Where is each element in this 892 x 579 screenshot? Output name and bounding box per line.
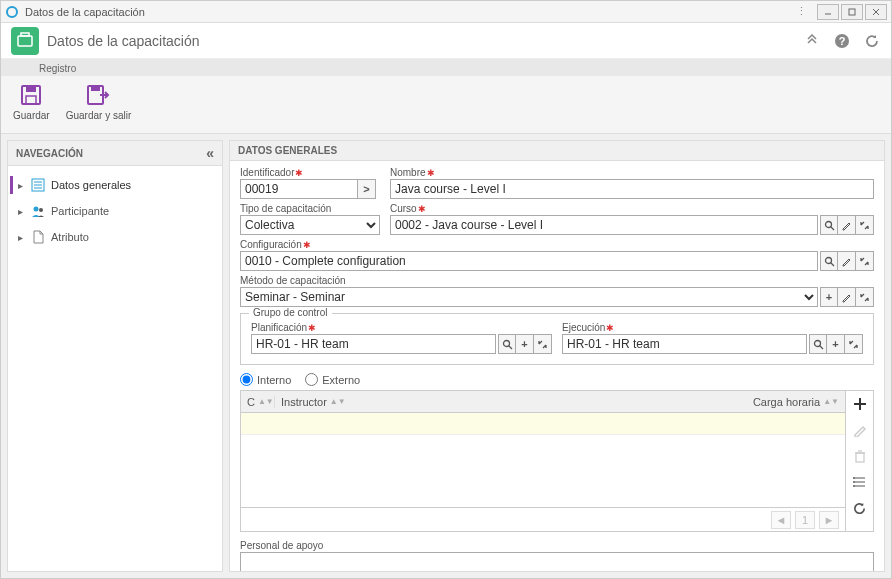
planif-expand-button[interactable] bbox=[534, 334, 552, 354]
identificador-input[interactable] bbox=[240, 179, 358, 199]
content-panel: DATOS GENERALES Identificador✱ > Nombre✱ bbox=[229, 140, 885, 572]
page-title: Datos de la capacitación bbox=[47, 33, 803, 49]
nav-item-datos-generales[interactable]: ▸ Datos generales bbox=[8, 172, 222, 198]
curso-search-button[interactable] bbox=[820, 215, 838, 235]
tipo-select[interactable]: Colectiva bbox=[240, 215, 380, 235]
instructor-table: C▲▼ Instructor▲▼ Carga horaria▲▼ ◄ 1 ► bbox=[240, 390, 874, 532]
svg-point-18 bbox=[34, 207, 39, 212]
planif-input[interactable] bbox=[251, 334, 496, 354]
save-icon bbox=[18, 82, 44, 108]
save-label: Guardar bbox=[13, 110, 50, 121]
externo-radio[interactable]: Externo bbox=[305, 373, 360, 386]
pager-page: 1 bbox=[795, 511, 815, 529]
ribbon-tabs: Registro bbox=[1, 59, 891, 76]
collapse-up-icon[interactable] bbox=[803, 32, 821, 50]
ejec-search-button[interactable] bbox=[809, 334, 827, 354]
metodo-edit-button[interactable] bbox=[838, 287, 856, 307]
minimize-button[interactable] bbox=[817, 4, 839, 20]
save-exit-label: Guardar y salir bbox=[66, 110, 132, 121]
close-button[interactable] bbox=[865, 4, 887, 20]
metodo-select[interactable]: Seminar - Seminar bbox=[240, 287, 818, 307]
table-pager: ◄ 1 ► bbox=[241, 507, 845, 531]
module-icon bbox=[11, 27, 39, 55]
pager-prev-button[interactable]: ◄ bbox=[771, 511, 791, 529]
svg-line-25 bbox=[509, 346, 512, 349]
ejec-add-button[interactable]: + bbox=[827, 334, 845, 354]
config-search-button[interactable] bbox=[820, 251, 838, 271]
config-expand-button[interactable] bbox=[856, 251, 874, 271]
refresh-icon[interactable] bbox=[863, 32, 881, 50]
ribbon-tab-registro[interactable]: Registro bbox=[31, 61, 84, 76]
metodo-expand-button[interactable] bbox=[856, 287, 874, 307]
nav-collapse-icon[interactable]: « bbox=[206, 145, 214, 161]
svg-rect-13 bbox=[91, 86, 100, 91]
nav-header: NAVEGACIÓN « bbox=[8, 141, 222, 166]
table-refresh-button[interactable] bbox=[851, 499, 869, 517]
table-add-button[interactable] bbox=[851, 395, 869, 413]
bullet-icon: ▸ bbox=[18, 180, 23, 191]
svg-point-26 bbox=[814, 340, 820, 346]
page-header: Datos de la capacitación ? bbox=[1, 23, 891, 59]
svg-rect-11 bbox=[26, 96, 36, 104]
curso-expand-button[interactable] bbox=[856, 215, 874, 235]
svg-point-20 bbox=[825, 221, 831, 227]
interno-radio[interactable]: Interno bbox=[240, 373, 291, 386]
help-icon[interactable]: ? bbox=[833, 32, 851, 50]
svg-point-0 bbox=[7, 7, 17, 17]
curso-edit-button[interactable] bbox=[838, 215, 856, 235]
col-carga[interactable]: Carga horaria▲▼ bbox=[739, 396, 845, 408]
config-input[interactable] bbox=[240, 251, 818, 271]
nav-item-atributo[interactable]: ▸ Atributo bbox=[8, 224, 222, 250]
metodo-label: Método de capacitación bbox=[240, 275, 874, 286]
identificador-lookup-button[interactable]: > bbox=[358, 179, 376, 199]
planif-add-button[interactable]: + bbox=[516, 334, 534, 354]
ribbon: Guardar Guardar y salir bbox=[1, 76, 891, 134]
svg-rect-10 bbox=[26, 86, 36, 92]
col-c[interactable]: C▲▼ bbox=[241, 396, 275, 408]
window-title: Datos de la capacitación bbox=[25, 6, 793, 18]
svg-line-23 bbox=[831, 263, 834, 266]
svg-point-19 bbox=[39, 208, 43, 212]
svg-rect-2 bbox=[849, 9, 855, 15]
svg-point-36 bbox=[853, 477, 855, 479]
pager-next-button[interactable]: ► bbox=[819, 511, 839, 529]
svg-rect-6 bbox=[21, 33, 29, 36]
personal-input[interactable] bbox=[240, 552, 874, 572]
save-button[interactable]: Guardar bbox=[9, 80, 54, 125]
grupo-legend: Grupo de control bbox=[249, 307, 332, 318]
config-label: Configuración✱ bbox=[240, 239, 874, 250]
svg-line-21 bbox=[831, 227, 834, 230]
window-menu-icon[interactable]: ⋮ bbox=[793, 5, 809, 18]
table-delete-button[interactable] bbox=[851, 447, 869, 465]
nombre-input[interactable] bbox=[390, 179, 874, 199]
bullet-icon: ▸ bbox=[18, 206, 23, 217]
tipo-label: Tipo de capacitación bbox=[240, 203, 380, 214]
app-icon bbox=[5, 5, 19, 19]
grupo-control-fieldset: Grupo de control Planificación✱ + bbox=[240, 313, 874, 365]
col-instructor[interactable]: Instructor▲▼ bbox=[275, 396, 739, 408]
bullet-icon: ▸ bbox=[18, 232, 23, 243]
curso-input[interactable] bbox=[390, 215, 818, 235]
table-list-button[interactable] bbox=[851, 473, 869, 491]
table-edit-button[interactable] bbox=[851, 421, 869, 439]
svg-rect-30 bbox=[856, 453, 864, 462]
ejec-input[interactable] bbox=[562, 334, 807, 354]
nav-item-participante[interactable]: ▸ Participante bbox=[8, 198, 222, 224]
maximize-button[interactable] bbox=[841, 4, 863, 20]
metodo-add-button[interactable]: + bbox=[820, 287, 838, 307]
ejec-expand-button[interactable] bbox=[845, 334, 863, 354]
save-exit-button[interactable]: Guardar y salir bbox=[62, 80, 136, 125]
config-edit-button[interactable] bbox=[838, 251, 856, 271]
nombre-label: Nombre✱ bbox=[390, 167, 874, 178]
nav-label: Participante bbox=[51, 205, 109, 217]
nav-title: NAVEGACIÓN bbox=[16, 148, 83, 159]
nav-panel: NAVEGACIÓN « ▸ Datos generales ▸ Partici… bbox=[7, 140, 223, 572]
svg-point-24 bbox=[503, 340, 509, 346]
save-exit-icon bbox=[85, 82, 111, 108]
source-radio-group: Interno Externo bbox=[240, 373, 874, 386]
table-row[interactable] bbox=[241, 413, 845, 435]
planif-search-button[interactable] bbox=[498, 334, 516, 354]
nav-label: Atributo bbox=[51, 231, 89, 243]
document-icon bbox=[31, 230, 45, 244]
curso-label: Curso✱ bbox=[390, 203, 874, 214]
